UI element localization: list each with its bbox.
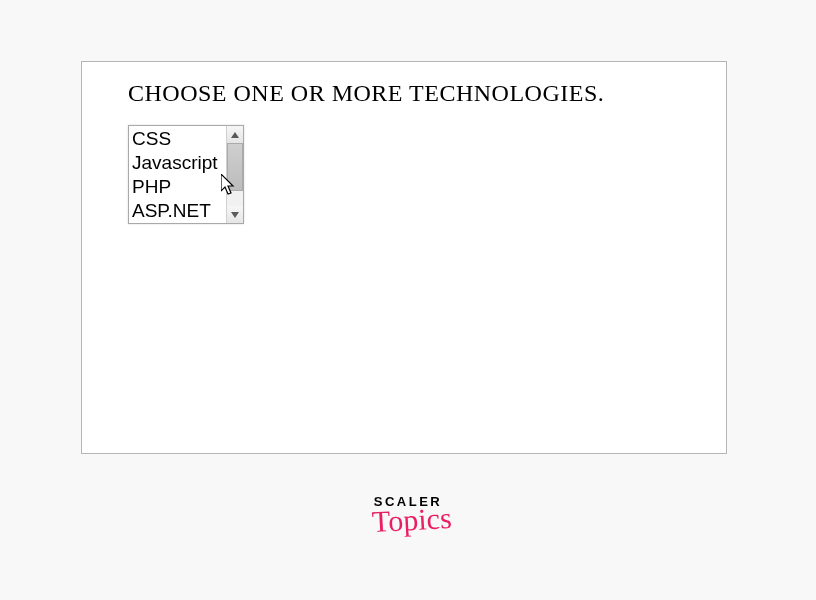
triangle-down-icon	[231, 212, 239, 218]
triangle-up-icon	[231, 132, 239, 138]
scroll-up-button[interactable]	[227, 126, 243, 143]
listbox-option-css[interactable]: CSS	[132, 127, 223, 151]
logo-text-topics: Topics	[371, 504, 452, 535]
listbox-items-container: CSS Javascript PHP ASP.NET	[129, 126, 226, 223]
scaler-topics-logo: SCALER Topics	[372, 495, 444, 534]
listbox-option-aspnet[interactable]: ASP.NET	[132, 199, 223, 223]
technologies-listbox[interactable]: CSS Javascript PHP ASP.NET	[128, 125, 244, 224]
listbox-option-php[interactable]: PHP	[132, 175, 223, 199]
scroll-track[interactable]	[227, 143, 243, 206]
page-heading: CHOOSE ONE OR MORE TECHNOLOGIES.	[128, 80, 680, 107]
listbox-scrollbar	[226, 126, 243, 223]
svg-marker-0	[231, 132, 239, 138]
scroll-thumb[interactable]	[227, 143, 243, 191]
listbox-option-javascript[interactable]: Javascript	[132, 151, 223, 175]
svg-marker-1	[231, 212, 239, 218]
content-panel: CHOOSE ONE OR MORE TECHNOLOGIES. CSS Jav…	[81, 61, 727, 454]
scroll-down-button[interactable]	[227, 206, 243, 223]
